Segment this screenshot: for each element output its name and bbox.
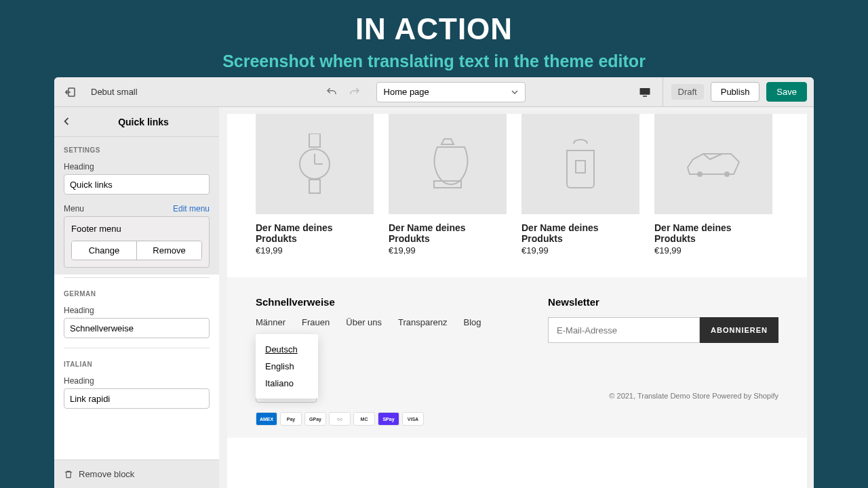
- italian-heading-input[interactable]: [64, 388, 210, 409]
- footer-link[interactable]: Männer: [256, 317, 285, 327]
- page-select-label: Home page: [384, 87, 429, 97]
- payment-icon: Pay: [280, 412, 302, 426]
- desktop-view-button[interactable]: [635, 83, 654, 102]
- payment-icon: MC: [353, 412, 375, 426]
- product-price: €19,99: [389, 245, 507, 256]
- remove-block-button[interactable]: Remove block: [54, 460, 219, 488]
- topbar: Debut small Home page Draft Publish Save: [54, 77, 814, 107]
- trash-icon: [64, 470, 73, 479]
- chevron-left-icon: [62, 117, 71, 125]
- payment-icon: ○○: [329, 412, 351, 426]
- product-title: Der Name deines Produkts: [256, 222, 374, 244]
- language-option[interactable]: Italiano: [256, 375, 318, 392]
- menu-field-label: Menu: [64, 204, 84, 214]
- language-option[interactable]: Deutsch: [256, 341, 318, 358]
- heading-field-label: Heading: [64, 162, 210, 171]
- heading-input[interactable]: [64, 174, 210, 195]
- svg-point-11: [725, 172, 729, 176]
- language-popup: DeutschEnglishItaliano: [256, 334, 318, 399]
- product-image: [654, 114, 772, 214]
- svg-rect-1: [639, 88, 650, 95]
- remove-block-label: Remove block: [79, 469, 134, 479]
- exit-button[interactable]: [61, 83, 80, 102]
- app-window: Debut small Home page Draft Publish Save…: [54, 77, 814, 488]
- subscribe-button[interactable]: ABONNIEREN: [700, 317, 778, 343]
- remove-menu-button[interactable]: Remove: [137, 241, 201, 260]
- page-select[interactable]: Home page: [376, 82, 526, 102]
- product-card[interactable]: Der Name deines Produkts€19,99: [389, 114, 507, 256]
- svg-rect-5: [309, 180, 320, 193]
- footer-link[interactable]: Über uns: [346, 317, 382, 327]
- back-button[interactable]: [62, 116, 76, 128]
- undo-button[interactable]: [322, 83, 341, 102]
- email-input[interactable]: [548, 317, 700, 343]
- svg-rect-9: [576, 161, 585, 173]
- payment-icon: VISA: [402, 412, 424, 426]
- payment-icon: GPay: [304, 412, 326, 426]
- redo-button[interactable]: [345, 83, 364, 102]
- draft-badge: Draft: [671, 84, 704, 100]
- change-menu-button[interactable]: Change: [72, 241, 137, 260]
- product-card[interactable]: Der Name deines Produkts€19,99: [521, 114, 639, 256]
- product-image: [389, 114, 507, 214]
- payment-icon: AMEX: [256, 412, 277, 426]
- product-price: €19,99: [654, 245, 772, 256]
- undo-icon: [326, 86, 338, 98]
- product-title: Der Name deines Produkts: [389, 222, 507, 244]
- italian-section-label: ITALIAN: [54, 351, 219, 373]
- product-image: [521, 114, 639, 214]
- product-image: [256, 114, 374, 214]
- sidebar-title: Quick links: [76, 117, 211, 127]
- svg-rect-3: [309, 134, 320, 147]
- sidebar: Quick links SETTINGS Heading Menu Edit m…: [54, 107, 219, 488]
- hero-title: IN ACTION: [0, 12, 868, 46]
- product-title: Der Name deines Produkts: [521, 222, 639, 244]
- desktop-icon: [639, 86, 651, 98]
- hero-subtitle: Screenshot when translating text in the …: [0, 52, 868, 71]
- chevron-down-icon: [511, 89, 518, 96]
- footer-link[interactable]: Blog: [464, 317, 481, 327]
- newsletter-title: Newsletter: [548, 296, 778, 308]
- payment-icon: SPay: [378, 412, 399, 426]
- edit-menu-link[interactable]: Edit menu: [173, 204, 210, 214]
- publish-button[interactable]: Publish: [711, 82, 760, 102]
- footer-link[interactable]: Frauen: [302, 317, 330, 327]
- italian-heading-label: Heading: [64, 376, 210, 386]
- svg-rect-2: [643, 96, 647, 97]
- svg-point-10: [698, 172, 702, 176]
- product-title: Der Name deines Produkts: [654, 222, 772, 244]
- german-heading-label: Heading: [64, 306, 210, 315]
- product-card[interactable]: Der Name deines Produkts€19,99: [256, 114, 374, 256]
- german-section-label: GERMAN: [54, 281, 219, 303]
- menu-name: Footer menu: [71, 224, 202, 234]
- save-button[interactable]: Save: [766, 82, 807, 102]
- product-price: €19,99: [256, 245, 374, 256]
- language-option[interactable]: English: [256, 358, 318, 375]
- settings-section-label: SETTINGS: [54, 137, 219, 159]
- product-card[interactable]: Der Name deines Produkts€19,99: [654, 114, 772, 256]
- theme-name: Debut small: [91, 87, 138, 97]
- german-heading-input[interactable]: [64, 318, 210, 338]
- redo-icon: [349, 86, 361, 98]
- footer-link[interactable]: Transparenz: [398, 317, 448, 327]
- product-price: €19,99: [521, 245, 639, 256]
- exit-icon: [64, 86, 77, 98]
- preview-pane: Der Name deines Produkts€19,99Der Name d…: [227, 114, 807, 488]
- footer-links-title: Schnellverweise: [256, 296, 481, 308]
